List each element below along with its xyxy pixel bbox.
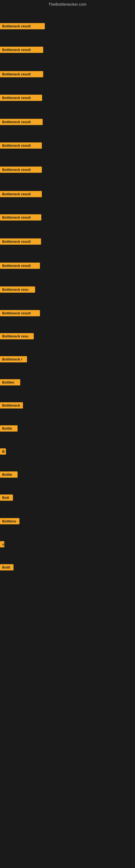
bottleneck-result-3[interactable]: Bottleneck result — [0, 71, 43, 77]
bottleneck-badge-23: s — [0, 541, 4, 547]
bottleneck-result-21[interactable]: Bott — [0, 495, 13, 501]
bottleneck-result-5[interactable]: Bottleneck result — [0, 119, 43, 125]
bottleneck-badge-13: Bottleneck result — [0, 310, 40, 316]
bottleneck-result-16[interactable]: Bottlen — [0, 379, 20, 385]
bottleneck-badge-1: Bottleneck result — [0, 23, 45, 29]
bottleneck-result-13[interactable]: Bottleneck result — [0, 310, 40, 316]
bottleneck-result-6[interactable]: Bottleneck result — [0, 143, 42, 149]
bottleneck-badge-4: Bottleneck result — [0, 95, 42, 101]
bottleneck-result-15[interactable]: Bottleneck r — [0, 356, 27, 362]
bottleneck-result-23[interactable]: s — [0, 541, 4, 547]
bottleneck-badge-8: Bottleneck result — [0, 191, 42, 197]
bottleneck-result-12[interactable]: Bottleneck resu — [0, 286, 35, 293]
bottleneck-result-1[interactable]: Bottleneck result — [0, 23, 45, 29]
bottleneck-badge-20: Bottle — [0, 471, 17, 478]
bottleneck-badge-9: Bottleneck result — [0, 214, 41, 220]
bottleneck-badge-22: Bottlens — [0, 518, 19, 524]
bottleneck-badge-10: Bottleneck result — [0, 239, 41, 245]
bottleneck-result-24[interactable]: Bottl — [0, 564, 13, 570]
bottleneck-badge-18: Bottle — [0, 425, 17, 432]
bottleneck-badge-11: Bottleneck result — [0, 262, 40, 269]
bottleneck-badge-6: Bottleneck result — [0, 143, 42, 149]
bottleneck-badge-14: Bottleneck resu — [0, 333, 34, 339]
bottleneck-badge-2: Bottleneck result — [0, 46, 43, 53]
bottleneck-result-2[interactable]: Bottleneck result — [0, 46, 43, 53]
bottleneck-result-22[interactable]: Bottlens — [0, 518, 19, 524]
bottleneck-badge-5: Bottleneck result — [0, 119, 43, 125]
bottleneck-result-7[interactable]: Bottleneck result — [0, 166, 42, 173]
bottleneck-badge-24: Bottl — [0, 564, 13, 570]
bottleneck-result-11[interactable]: Bottleneck result — [0, 262, 40, 269]
bottleneck-badge-16: Bottlen — [0, 379, 20, 385]
bottleneck-badge-7: Bottleneck result — [0, 166, 42, 173]
bottleneck-result-20[interactable]: Bottle — [0, 471, 17, 478]
bottleneck-badge-12: Bottleneck resu — [0, 286, 35, 293]
bottleneck-result-9[interactable]: Bottleneck result — [0, 214, 41, 220]
bottleneck-badge-19: B — [0, 448, 6, 455]
bottleneck-result-18[interactable]: Bottle — [0, 425, 17, 432]
bottleneck-badge-17: Bottleneck — [0, 402, 23, 408]
bottleneck-result-8[interactable]: Bottleneck result — [0, 191, 42, 197]
bottleneck-badge-21: Bott — [0, 495, 13, 501]
bottleneck-result-17[interactable]: Bottleneck — [0, 402, 23, 408]
bottleneck-result-19[interactable]: B — [0, 448, 6, 455]
bottleneck-result-10[interactable]: Bottleneck result — [0, 239, 41, 245]
bottleneck-result-14[interactable]: Bottleneck resu — [0, 333, 34, 339]
bottleneck-badge-15: Bottleneck r — [0, 356, 27, 362]
site-title: TheBottlenecker.com — [0, 0, 135, 8]
bottleneck-result-4[interactable]: Bottleneck result — [0, 95, 42, 101]
bottleneck-badge-3: Bottleneck result — [0, 71, 43, 77]
